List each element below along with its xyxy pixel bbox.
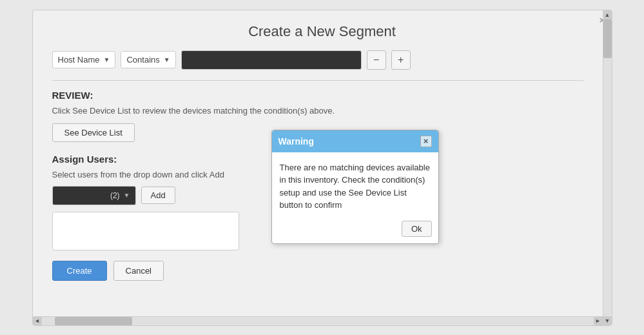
warning-title: Warning [278, 136, 314, 147]
warning-message: There are no matching devices available … [272, 152, 438, 217]
warning-header: Warning × [272, 130, 438, 152]
main-dialog: × Create a New Segment ▲ ▼ ◄ ► Host Name… [32, 10, 612, 326]
warning-ok-button[interactable]: Ok [402, 221, 432, 237]
warning-modal: Warning × There are no matching devices … [271, 130, 439, 244]
warning-overlay: Warning × There are no matching devices … [33, 10, 612, 325]
warning-close-button[interactable]: × [420, 136, 432, 147]
warning-footer: Ok [272, 217, 438, 243]
